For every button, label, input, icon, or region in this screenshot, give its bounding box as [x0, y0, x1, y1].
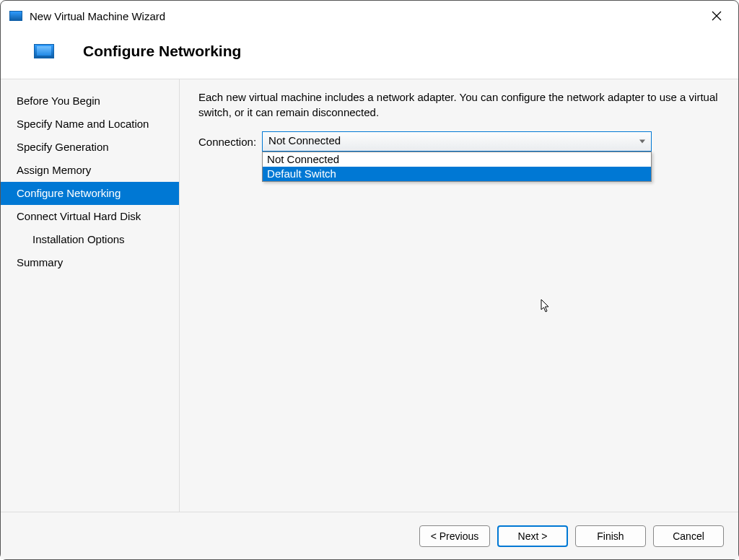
connection-combo[interactable]: Not Connected: [262, 131, 652, 152]
sidebar-item-summary[interactable]: Summary: [1, 251, 179, 274]
sidebar-item-configure-networking[interactable]: Configure Networking: [1, 182, 179, 205]
close-icon: [712, 11, 722, 21]
sidebar-item-assign-memory[interactable]: Assign Memory: [1, 159, 179, 182]
app-icon: [9, 11, 22, 21]
sidebar-item-specify-generation[interactable]: Specify Generation: [1, 136, 179, 159]
wizard-window: New Virtual Machine Wizard Configure Net…: [0, 0, 739, 560]
wizard-content: Each new virtual machine includes a netw…: [180, 79, 738, 512]
sidebar-item-before-you-begin[interactable]: Before You Begin: [1, 89, 179, 113]
wizard-body: Before You Begin Specify Name and Locati…: [1, 79, 738, 512]
sidebar-item-specify-name[interactable]: Specify Name and Location: [1, 113, 179, 136]
connection-label: Connection:: [198, 136, 256, 148]
window-title: New Virtual Machine Wizard: [30, 10, 704, 22]
wizard-header-icon: [34, 44, 54, 58]
wizard-header: Configure Networking: [1, 30, 738, 79]
connection-dropdown: Not Connected Default Switch: [262, 152, 652, 182]
finish-button[interactable]: Finish: [575, 525, 646, 547]
sidebar-item-connect-vhd[interactable]: Connect Virtual Hard Disk: [1, 205, 179, 228]
sidebar-item-installation-options[interactable]: Installation Options: [1, 228, 179, 251]
dropdown-option-default-switch[interactable]: Default Switch: [263, 167, 651, 181]
wizard-footer: < Previous Next > Finish Cancel: [1, 512, 738, 559]
connection-row: Connection: Not Connected Not Connected …: [198, 131, 718, 152]
close-button[interactable]: [704, 6, 730, 26]
chevron-down-icon: [639, 140, 645, 144]
connection-combo-wrap: Not Connected Not Connected Default Swit…: [262, 131, 652, 152]
mouse-cursor-icon: [541, 299, 551, 313]
description-text: Each new virtual machine includes a netw…: [198, 89, 718, 120]
dropdown-option-not-connected[interactable]: Not Connected: [263, 152, 651, 167]
previous-button[interactable]: < Previous: [419, 525, 490, 547]
next-button[interactable]: Next >: [497, 525, 568, 547]
title-bar: New Virtual Machine Wizard: [1, 1, 738, 30]
connection-combo-value: Not Connected: [268, 134, 341, 146]
wizard-sidebar: Before You Begin Specify Name and Locati…: [1, 79, 180, 512]
cancel-button[interactable]: Cancel: [653, 525, 724, 547]
page-title: Configure Networking: [83, 43, 241, 60]
